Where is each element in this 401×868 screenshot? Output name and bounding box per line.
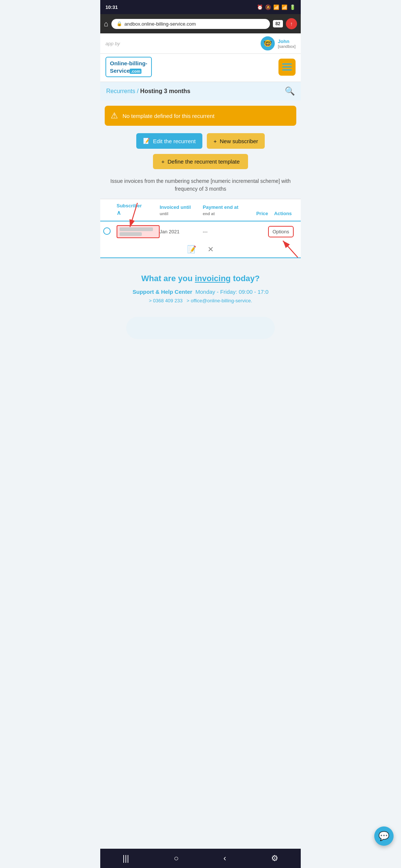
menu-button[interactable] xyxy=(278,59,296,76)
row-delete-icon[interactable]: ✕ xyxy=(208,245,214,254)
new-subscriber-button[interactable]: + New subscriber xyxy=(207,133,265,149)
breadcrumb-text: Recurrents / Hosting 3 months xyxy=(106,88,190,95)
edit-recurrent-button[interactable]: 📝 Edit the recurrent xyxy=(136,133,202,149)
footer-support: Support & Help Center Monday - Friday: 0… xyxy=(108,289,293,295)
user-name: John xyxy=(278,39,296,44)
subscriber-row: Jan 2021 --- Opt xyxy=(100,221,301,242)
signal-icon: 📶 xyxy=(281,4,287,10)
app-header: app by 🤓 John [sandbox] xyxy=(100,33,301,54)
warning-banner: ⚠ No template defined for this recurrent xyxy=(105,106,296,126)
warning-icon: ⚠ xyxy=(111,111,118,121)
menu-line-3 xyxy=(282,69,292,70)
warning-message: No template defined for this recurrent xyxy=(123,113,215,119)
row-radio-btn[interactable] xyxy=(103,227,111,235)
breadcrumb-parent[interactable]: Recurrents xyxy=(106,88,135,94)
lock-icon: 🔒 xyxy=(117,21,122,26)
actions-cell: Options xyxy=(268,226,298,237)
th-subscriber: Subscriber ∧ xyxy=(117,203,160,217)
btn-row-top: 📝 Edit the recurrent + New subscriber xyxy=(105,133,296,149)
th-payment-end-at: Payment end at end at xyxy=(203,204,246,217)
footer: What are you invoicing today? Support & … xyxy=(100,258,301,347)
edit-recurrent-label: Edit the recurrent xyxy=(153,138,196,144)
plus-icon-define: + xyxy=(161,158,164,165)
breadcrumb-current: Hosting 3 months xyxy=(140,88,190,94)
status-time: 10:31 xyxy=(105,4,118,10)
app-by-label: app by xyxy=(105,41,120,46)
define-template-button[interactable]: + Define the recurrent template xyxy=(153,154,248,169)
breadcrumb-separator: / xyxy=(137,88,138,94)
define-template-label: Define the recurrent template xyxy=(167,158,239,165)
browser-bar: ⌂ 🔒 andbox.online-billing-service.com 82… xyxy=(100,14,301,33)
info-text: Issue invoices from the numbering scheme… xyxy=(100,174,301,199)
alarm-icon: ⏰ xyxy=(257,4,263,10)
upload-icon: ↑ xyxy=(290,21,293,27)
action-buttons: 📝 Edit the recurrent + New subscriber + … xyxy=(100,131,301,174)
new-subscriber-label: New subscriber xyxy=(220,138,258,144)
footer-contact: > 0368 409 233 > office@online-billing-s… xyxy=(108,298,293,303)
subscriber-blurred xyxy=(120,227,157,236)
btn-row-bottom: + Define the recurrent template xyxy=(105,154,296,169)
table-row: Jan 2021 --- Opt xyxy=(100,221,301,258)
logo-bar: Online-billing- Service.com xyxy=(100,54,301,82)
app-logo[interactable]: Online-billing- Service.com xyxy=(105,57,152,77)
user-tag: [sandbox] xyxy=(278,44,296,49)
status-bar: 10:31 ⏰ 🔕 📶 📶 🔋 xyxy=(100,0,301,14)
footer-illustration xyxy=(126,317,275,339)
breadcrumb: Recurrents / Hosting 3 months 🔍 xyxy=(100,82,301,101)
row-radio[interactable] xyxy=(103,227,117,236)
menu-line-1 xyxy=(282,63,292,65)
logo-com: .com xyxy=(130,69,141,74)
battery-icon: 🔋 xyxy=(290,4,296,10)
blur-line-1 xyxy=(120,227,153,231)
options-button[interactable]: Options xyxy=(268,226,294,237)
subscriber-name-cell xyxy=(117,225,160,238)
upload-button[interactable]: ↑ xyxy=(286,18,297,29)
blur-line-2 xyxy=(120,232,142,236)
sort-arrow-icon[interactable]: ∧ xyxy=(117,209,160,217)
table: Subscriber ∧ Invoiced until until Paymen… xyxy=(100,199,301,258)
user-info: 🤓 John [sandbox] xyxy=(261,36,296,50)
row-with-arrows: Jan 2021 --- Opt xyxy=(100,221,301,257)
status-icons: ⏰ 🔕 📶 📶 🔋 xyxy=(257,4,296,10)
wifi-icon: 📶 xyxy=(273,4,279,10)
avatar-icon: 🤓 xyxy=(264,39,272,47)
tab-count[interactable]: 82 xyxy=(273,20,283,27)
payment-end-at-cell: --- xyxy=(203,229,246,234)
avatar: 🤓 xyxy=(261,36,275,50)
th-price: Price xyxy=(246,211,268,217)
th-actions: Actions xyxy=(268,211,298,217)
footer-tagline: What are you invoicing today? xyxy=(108,273,293,285)
edit-icon: 📝 xyxy=(143,138,150,144)
row-edit-icon[interactable]: 📝 xyxy=(187,245,196,254)
subscriber-cell-wrapper xyxy=(117,225,160,238)
table-header: Subscriber ∧ Invoiced until until Paymen… xyxy=(100,199,301,221)
plus-icon-new: + xyxy=(213,138,217,144)
row-actions: 📝 ✕ xyxy=(100,242,301,257)
th-invoiced-until: Invoiced until until xyxy=(160,204,203,217)
home-icon[interactable]: ⌂ xyxy=(104,20,108,28)
url-text: andbox.online-billing-service.com xyxy=(124,21,196,27)
mute-icon: 🔕 xyxy=(265,4,271,10)
menu-line-2 xyxy=(282,66,292,68)
url-bar[interactable]: 🔒 andbox.online-billing-service.com xyxy=(111,19,270,29)
invoiced-until-cell: Jan 2021 xyxy=(160,229,203,234)
nav-spacer xyxy=(100,346,301,369)
search-icon[interactable]: 🔍 xyxy=(285,86,295,96)
